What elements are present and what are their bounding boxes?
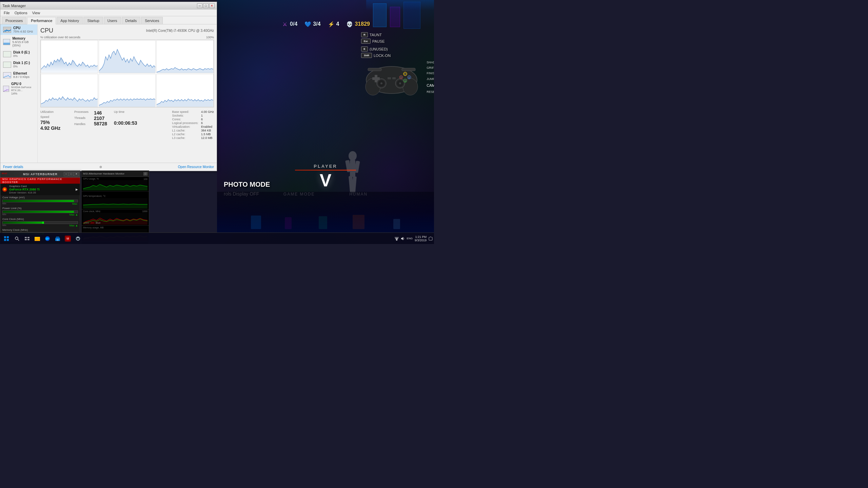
taskbar: M ENG 1:21 PM 9/3/2019 [0, 232, 434, 244]
hw-monitor-attach-btn[interactable]: ⊡ [143, 172, 147, 176]
cpu-main-panel: CPU Intel(R) Core(TM) i7-4930K CPU @ 3.4… [38, 24, 217, 163]
logical-value: 6 [201, 121, 214, 125]
notification-icon[interactable] [429, 236, 433, 241]
ab-driver-version: Driver Version: 419.35 [9, 191, 40, 194]
tab-performance[interactable]: Performance [27, 17, 56, 24]
sidebar-item-ethernet[interactable]: Ethernet 8.8 / 0 Kbps [0, 70, 37, 80]
search-taskbar-icon[interactable] [12, 234, 22, 243]
task-manager-body: CPU 75% 4.92 GHz Memory 5.6/15.9 GB (35%… [0, 24, 217, 163]
menu-view[interactable]: View [30, 10, 42, 16]
menu-file[interactable]: File [2, 10, 12, 16]
fewer-details-link[interactable]: Fewer details [3, 165, 23, 169]
task-manager-footer: Fewer details ⚙ Open Resource Monitor [0, 163, 217, 171]
processes-label: Processes [74, 110, 88, 114]
hw-mem-header: Memory usage, MB [83, 226, 147, 229]
steam-icon[interactable] [73, 234, 83, 243]
svg-rect-65 [430, 237, 431, 237]
edge-icon[interactable] [43, 234, 52, 243]
svg-marker-30 [41, 58, 98, 73]
key-r: R [361, 32, 368, 37]
hw-gpu-usage-label: GPU usage, % [83, 178, 99, 180]
cpu-section-title: CPU [40, 27, 53, 34]
svg-marker-32 [157, 67, 213, 73]
sidebar-item-cpu[interactable]: CPU 75% 4.92 GHz [0, 24, 37, 35]
svg-rect-46 [25, 237, 27, 238]
core-voltage-track[interactable] [2, 200, 78, 202]
sidebar-gpu0-label: GPU 0 NVIDIA GeForce RTX 20... 14% [11, 82, 35, 95]
cpu-stats-area: Utilization Speed 75% 4.92 GHz Processes… [40, 110, 214, 140]
cpu-graph-grid [40, 40, 214, 107]
key-e: E [361, 46, 368, 52]
cpu-core-2-graph [99, 40, 156, 73]
speed-value: 4.92 GHz [40, 125, 67, 131]
tab-app-history[interactable]: App history [57, 17, 83, 24]
handles-value: 58728 [94, 121, 107, 126]
hw-gpu-temp-graph [83, 198, 147, 208]
graph-label-row: % Utilization over 60 seconds 100% [40, 36, 214, 39]
sidebar-disk1-name: Disk 1 (C:) [13, 61, 30, 65]
sidebar-memory-label: Memory 5.6/15.9 GB (35%) [12, 37, 35, 47]
ab-maximize-btn[interactable]: □ [69, 172, 74, 176]
tab-startup[interactable]: Startup [83, 17, 103, 24]
utilization-label: Utilization [40, 110, 67, 114]
sidebar-disk0-stats: 0% [13, 54, 30, 58]
start-button[interactable] [1, 234, 12, 243]
sidebar-item-disk1[interactable]: Disk 1 (C:) 0% [0, 59, 37, 70]
task-view-icon[interactable] [22, 234, 32, 243]
ab-minimize-btn[interactable]: ─ [64, 172, 68, 176]
action-pause: PAUSE [372, 39, 384, 43]
close-button[interactable]: ✕ [209, 3, 215, 8]
minimize-button[interactable]: ─ [197, 3, 202, 8]
hw-monitor-controls[interactable]: ⊡ [143, 172, 147, 176]
maximize-button[interactable]: □ [203, 3, 209, 8]
key-esc: Esc [361, 39, 371, 44]
sidebar-item-memory[interactable]: Memory 5.6/15.9 GB (35%) [0, 35, 37, 49]
key-shift: Shift [361, 53, 372, 58]
control-pause: Esc PAUSE [361, 39, 429, 44]
virtualization-label: Virtualization: [172, 125, 198, 128]
store-icon[interactable] [53, 234, 62, 243]
cpu-mini-graph [3, 27, 11, 33]
svg-marker-62 [401, 237, 403, 240]
hw-core-clock-header: Core clock, MHz 1890 [83, 210, 147, 213]
cpu-process-stats: Processes Threads Handles 146 2107 58728 [74, 110, 107, 140]
gpu0-mini-graph [3, 86, 9, 92]
hw-mem-label: Memory usage, MB [83, 226, 104, 229]
power-limit-track[interactable] [2, 210, 78, 213]
afterburner-window-controls[interactable]: ─ □ ✕ [64, 172, 79, 176]
core-clock-handle[interactable] [42, 222, 44, 224]
sidebar-gpu0-stats: NVIDIA GeForce RTX 20... [11, 86, 35, 92]
system-clock: 1:21 PM 9/3/2019 [415, 235, 427, 242]
l3-value: 12.0 MB [201, 136, 214, 140]
open-rm-link[interactable]: Open Resource Monitor [178, 165, 214, 169]
control-taunt: R TAUNT [361, 32, 429, 37]
task-manager-title: Task Manager [2, 4, 26, 8]
ground-reflection [217, 192, 434, 232]
threads-value: 2107 [94, 116, 107, 121]
network-icon [394, 236, 399, 241]
sidebar-item-disk0[interactable]: Disk 0 (E:) 0% [0, 49, 37, 59]
file-explorer-icon[interactable] [33, 234, 42, 243]
tab-details[interactable]: Details [122, 17, 141, 24]
window-controls[interactable]: ─ □ ✕ [197, 3, 215, 8]
tab-processes[interactable]: Processes [2, 17, 26, 24]
svg-rect-24 [392, 77, 396, 79]
tab-services[interactable]: Services [141, 17, 163, 24]
sidebar-item-gpu0[interactable]: GPU 0 NVIDIA GeForce RTX 20... 14% [0, 80, 37, 97]
core-voltage-slider: Core Voltage (mV) Min Max [2, 196, 78, 205]
svg-rect-55 [57, 239, 59, 241]
menu-options[interactable]: Options [13, 10, 29, 16]
svg-rect-49 [27, 239, 29, 240]
msi-text: msi [2, 172, 22, 175]
sidebar-ethernet-name: Ethernet [13, 72, 29, 75]
ab-icon [2, 187, 7, 192]
speed-label: Speed [40, 115, 67, 119]
afterburner-taskbar-icon[interactable]: M [63, 234, 73, 243]
tab-users[interactable]: Users [104, 17, 121, 24]
cpu-core-6-graph [156, 74, 214, 107]
ab-brand-bar: MSI Graphics Card Performance Booster [0, 178, 80, 184]
action-jump: JUMP [427, 76, 434, 82]
disk1-mini-graph [3, 62, 11, 68]
ab-close-btn[interactable]: ✕ [74, 172, 79, 176]
core-clock-track[interactable] [2, 221, 78, 224]
